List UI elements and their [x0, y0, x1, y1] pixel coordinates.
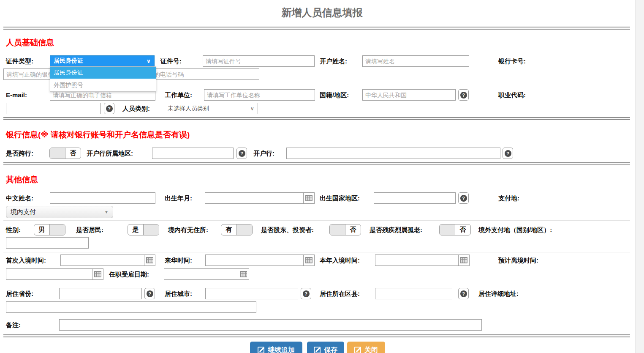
- cert-type-selected-value: 居民身份证: [54, 57, 83, 65]
- overseas-payment-input[interactable]: [6, 237, 89, 249]
- calendar-button[interactable]: [92, 269, 103, 279]
- save-label: 保存: [324, 346, 337, 353]
- cert-type-label: 证件类型:: [6, 55, 33, 67]
- cert-type-option-id-card[interactable]: 居民身份证: [50, 67, 156, 79]
- toggle-knob: [49, 224, 65, 235]
- calendar-button[interactable]: [303, 193, 314, 203]
- occupation-code-help-button[interactable]: ?: [104, 103, 114, 114]
- payment-place-select[interactable]: 境内支付 ▼: [6, 206, 113, 218]
- calendar-icon: [240, 271, 247, 277]
- employment-date-input[interactable]: [164, 269, 238, 279]
- bank-area-help-button[interactable]: ?: [236, 148, 247, 159]
- chinese-name-label: 中文姓名:: [6, 192, 33, 204]
- question-icon: ?: [460, 92, 467, 99]
- is-shareholder-toggle[interactable]: 否: [329, 224, 361, 235]
- account-name-label: 开户姓名:: [320, 55, 347, 67]
- toggle-value: 是: [128, 224, 143, 235]
- question-icon: ?: [303, 290, 310, 297]
- is-disabled-martyr-label: 是否残疾烈属孤老:: [370, 224, 422, 235]
- cert-type-dropdown: 居民身份证 外国护照号: [50, 66, 156, 92]
- city-help-button[interactable]: ?: [301, 288, 311, 299]
- chevron-down-icon: ∨: [250, 105, 254, 112]
- employment-date-label: 任职受雇日期:: [109, 268, 149, 280]
- cert-type-select[interactable]: 居民身份证 ∨: [50, 55, 155, 66]
- address-label: 居住详细地址:: [478, 288, 519, 299]
- district-help-button[interactable]: ?: [458, 288, 469, 299]
- remarks-label: 备注:: [6, 319, 21, 331]
- employer-input[interactable]: [204, 89, 315, 101]
- person-category-select[interactable]: 未选择人员类别 ∨: [164, 103, 258, 114]
- province-help-button[interactable]: ?: [144, 288, 155, 299]
- question-icon: ?: [460, 195, 467, 202]
- page-title: 新增人员信息填报: [0, 6, 644, 19]
- is-resident-label: 是否居民:: [76, 224, 103, 235]
- employment-date-field: [164, 268, 249, 280]
- year-entry-date-field: [375, 254, 470, 266]
- toggle-knob: [440, 224, 455, 235]
- toggle-value: 否: [345, 224, 361, 235]
- domestic-residence-toggle[interactable]: 有: [221, 224, 253, 235]
- birth-country-help-button[interactable]: ?: [458, 192, 469, 204]
- question-icon: ?: [106, 105, 113, 112]
- nationality-help-button[interactable]: ?: [458, 89, 469, 101]
- is-resident-toggle[interactable]: 是: [128, 224, 159, 235]
- year-entry-input[interactable]: [375, 255, 458, 265]
- triangle-down-icon: ▼: [104, 210, 109, 214]
- toggle-knob: [330, 224, 345, 235]
- bank-card-label: 银行卡号:: [498, 55, 526, 67]
- calendar-icon: [146, 257, 153, 263]
- append-more-button[interactable]: 继续追加: [250, 342, 302, 353]
- cross-bank-toggle[interactable]: 否: [49, 148, 81, 159]
- departure-input[interactable]: [6, 269, 92, 279]
- cert-type-option-foreign-passport[interactable]: 外国护照号: [50, 79, 156, 91]
- edit-icon: [354, 347, 361, 353]
- edit-icon: [258, 347, 264, 353]
- is-disabled-martyr-toggle[interactable]: 否: [439, 224, 471, 235]
- close-button[interactable]: 关闭: [347, 342, 385, 353]
- calendar-button[interactable]: [144, 255, 155, 265]
- departure-date-field: [6, 268, 103, 280]
- address-input[interactable]: [6, 301, 256, 313]
- district-input[interactable]: [375, 288, 452, 299]
- occupation-code-input[interactable]: [6, 103, 101, 114]
- toggle-knob: [236, 224, 252, 235]
- nationality-label: 国籍/地区:: [320, 89, 349, 101]
- remarks-input[interactable]: [59, 319, 482, 331]
- bank-name-input[interactable]: [286, 148, 500, 159]
- chinese-name-input[interactable]: [50, 192, 155, 204]
- edit-icon: [314, 347, 321, 353]
- account-name-input[interactable]: [362, 55, 469, 67]
- first-entry-input[interactable]: [61, 255, 144, 265]
- section-divider: [3, 162, 630, 165]
- email-label: E-mail:: [6, 89, 27, 101]
- birth-country-input[interactable]: [374, 192, 456, 204]
- bank-name-help-button[interactable]: ?: [503, 148, 513, 159]
- calendar-button[interactable]: [238, 269, 249, 279]
- bank-info-heading: 银行信息(※ 请核对银行账号和开户名信息是否有误): [6, 129, 190, 140]
- gender-toggle[interactable]: 男: [34, 224, 65, 235]
- bank-name-label: 开户行:: [253, 148, 274, 159]
- calendar-icon: [305, 195, 312, 201]
- append-more-label: 继续追加: [268, 346, 295, 353]
- person-category-value: 未选择人员类别: [168, 105, 209, 112]
- first-entry-label: 首次入境时间:: [6, 254, 46, 266]
- arrival-label: 来华时间:: [165, 254, 192, 266]
- birth-month-date-field: [205, 192, 315, 204]
- save-button[interactable]: 保存: [307, 342, 344, 353]
- birth-month-label: 出生年月:: [165, 192, 192, 204]
- calendar-button[interactable]: [458, 255, 469, 265]
- cross-bank-label: 是否跨行:: [6, 148, 33, 159]
- nationality-input[interactable]: [362, 89, 456, 101]
- bank-area-input[interactable]: [152, 148, 234, 159]
- toggle-knob: [143, 224, 159, 235]
- cert-no-input[interactable]: [203, 55, 315, 67]
- calendar-icon: [460, 257, 467, 263]
- city-input[interactable]: [205, 288, 298, 299]
- arrival-input[interactable]: [206, 255, 303, 265]
- province-input[interactable]: [59, 288, 142, 299]
- calendar-button[interactable]: [303, 255, 314, 265]
- birth-month-input[interactable]: [205, 193, 303, 203]
- calendar-icon: [94, 271, 101, 277]
- gender-label: 性别:: [6, 224, 21, 235]
- scrollbar-track[interactable]: [635, 0, 644, 353]
